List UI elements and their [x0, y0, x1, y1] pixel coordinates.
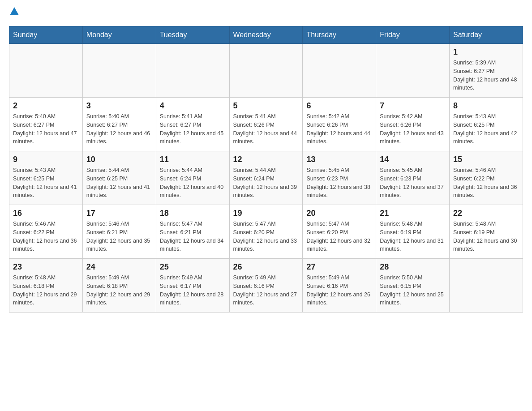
day-info: Sunrise: 5:45 AMSunset: 6:23 PMDaylight:… [306, 167, 370, 198]
day-info: Sunrise: 5:49 AMSunset: 6:17 PMDaylight:… [160, 274, 223, 306]
day-info: Sunrise: 5:44 AMSunset: 6:24 PMDaylight:… [233, 167, 297, 198]
calendar-cell: 13Sunrise: 5:45 AMSunset: 6:23 PMDayligh… [303, 151, 376, 205]
day-number: 5 [233, 101, 299, 111]
page-header [9, 9, 523, 17]
day-info: Sunrise: 5:49 AMSunset: 6:16 PMDaylight:… [233, 274, 297, 306]
calendar-cell: 10Sunrise: 5:44 AMSunset: 6:25 PMDayligh… [82, 151, 156, 205]
calendar-cell: 25Sunrise: 5:49 AMSunset: 6:17 PMDayligh… [156, 259, 229, 313]
day-info: Sunrise: 5:48 AMSunset: 6:19 PMDaylight:… [453, 221, 517, 252]
day-info: Sunrise: 5:40 AMSunset: 6:27 PMDaylight:… [86, 113, 150, 145]
calendar-cell: 15Sunrise: 5:46 AMSunset: 6:22 PMDayligh… [450, 151, 523, 205]
day-info: Sunrise: 5:48 AMSunset: 6:19 PMDaylight:… [380, 221, 443, 252]
calendar-cell: 17Sunrise: 5:46 AMSunset: 6:21 PMDayligh… [82, 205, 156, 259]
day-info: Sunrise: 5:49 AMSunset: 6:18 PMDaylight:… [86, 274, 150, 306]
day-number: 11 [160, 155, 226, 164]
day-number: 16 [13, 209, 79, 218]
day-number: 6 [306, 101, 372, 111]
calendar-cell: 12Sunrise: 5:44 AMSunset: 6:24 PMDayligh… [229, 151, 303, 205]
calendar-cell [376, 44, 450, 98]
day-info: Sunrise: 5:43 AMSunset: 6:25 PMDaylight:… [453, 113, 517, 145]
day-header-tuesday: Tuesday [156, 26, 229, 44]
calendar-cell: 28Sunrise: 5:50 AMSunset: 6:15 PMDayligh… [376, 259, 450, 313]
calendar-cell: 22Sunrise: 5:48 AMSunset: 6:19 PMDayligh… [450, 205, 523, 259]
day-info: Sunrise: 5:45 AMSunset: 6:23 PMDaylight:… [380, 167, 443, 198]
day-number: 18 [160, 209, 226, 218]
day-header-thursday: Thursday [303, 26, 376, 44]
calendar-cell: 8Sunrise: 5:43 AMSunset: 6:25 PMDaylight… [450, 98, 523, 151]
day-info: Sunrise: 5:42 AMSunset: 6:26 PMDaylight:… [306, 113, 370, 145]
day-number: 8 [453, 101, 519, 111]
day-info: Sunrise: 5:44 AMSunset: 6:24 PMDaylight:… [160, 167, 223, 198]
day-info: Sunrise: 5:49 AMSunset: 6:16 PMDaylight:… [306, 274, 370, 306]
calendar-cell: 3Sunrise: 5:40 AMSunset: 6:27 PMDaylight… [82, 98, 156, 151]
calendar-cell: 27Sunrise: 5:49 AMSunset: 6:16 PMDayligh… [303, 259, 376, 313]
day-number: 28 [380, 262, 446, 272]
day-number: 15 [453, 155, 519, 164]
calendar-cell: 18Sunrise: 5:47 AMSunset: 6:21 PMDayligh… [156, 205, 229, 259]
calendar-week-2: 2Sunrise: 5:40 AMSunset: 6:27 PMDaylight… [9, 98, 523, 151]
calendar-week-3: 9Sunrise: 5:43 AMSunset: 6:25 PMDaylight… [9, 151, 523, 205]
day-number: 14 [380, 155, 446, 164]
day-info: Sunrise: 5:43 AMSunset: 6:25 PMDaylight:… [13, 167, 77, 198]
calendar-cell: 11Sunrise: 5:44 AMSunset: 6:24 PMDayligh… [156, 151, 229, 205]
day-number: 26 [233, 262, 299, 272]
day-header-monday: Monday [82, 26, 156, 44]
calendar-cell: 14Sunrise: 5:45 AMSunset: 6:23 PMDayligh… [376, 151, 450, 205]
day-info: Sunrise: 5:47 AMSunset: 6:20 PMDaylight:… [306, 221, 370, 252]
day-number: 23 [13, 262, 79, 272]
calendar-cell [450, 259, 523, 313]
day-info: Sunrise: 5:47 AMSunset: 6:21 PMDaylight:… [160, 221, 223, 252]
day-number: 27 [306, 262, 372, 272]
calendar-cell: 20Sunrise: 5:47 AMSunset: 6:20 PMDayligh… [303, 205, 376, 259]
day-number: 20 [306, 209, 372, 218]
day-number: 17 [86, 209, 152, 218]
day-info: Sunrise: 5:47 AMSunset: 6:20 PMDaylight:… [233, 221, 297, 252]
calendar-week-5: 23Sunrise: 5:48 AMSunset: 6:18 PMDayligh… [9, 259, 523, 313]
calendar-cell: 2Sunrise: 5:40 AMSunset: 6:27 PMDaylight… [9, 98, 83, 151]
day-number: 2 [13, 101, 79, 111]
calendar-cell: 4Sunrise: 5:41 AMSunset: 6:27 PMDaylight… [156, 98, 229, 151]
calendar-cell [82, 44, 156, 98]
logo [9, 9, 19, 17]
day-info: Sunrise: 5:46 AMSunset: 6:22 PMDaylight:… [13, 221, 77, 252]
calendar-cell: 19Sunrise: 5:47 AMSunset: 6:20 PMDayligh… [229, 205, 303, 259]
day-header-saturday: Saturday [450, 26, 523, 44]
calendar-cell: 1Sunrise: 5:39 AMSunset: 6:27 PMDaylight… [450, 44, 523, 98]
calendar-cell: 21Sunrise: 5:48 AMSunset: 6:19 PMDayligh… [376, 205, 450, 259]
day-number: 24 [86, 262, 152, 272]
day-number: 19 [233, 209, 299, 218]
logo-triangle-icon [10, 7, 19, 15]
calendar-week-4: 16Sunrise: 5:46 AMSunset: 6:22 PMDayligh… [9, 205, 523, 259]
day-number: 12 [233, 155, 299, 164]
day-number: 9 [13, 155, 79, 164]
calendar-header-row: SundayMondayTuesdayWednesdayThursdayFrid… [9, 26, 523, 44]
day-number: 25 [160, 262, 226, 272]
calendar-cell: 24Sunrise: 5:49 AMSunset: 6:18 PMDayligh… [82, 259, 156, 313]
day-number: 7 [380, 101, 446, 111]
day-info: Sunrise: 5:39 AMSunset: 6:27 PMDaylight:… [453, 60, 517, 91]
calendar-cell: 7Sunrise: 5:42 AMSunset: 6:26 PMDaylight… [376, 98, 450, 151]
calendar-table: SundayMondayTuesdayWednesdayThursdayFrid… [9, 26, 523, 313]
calendar-cell: 26Sunrise: 5:49 AMSunset: 6:16 PMDayligh… [229, 259, 303, 313]
day-info: Sunrise: 5:48 AMSunset: 6:18 PMDaylight:… [13, 274, 77, 306]
day-info: Sunrise: 5:46 AMSunset: 6:21 PMDaylight:… [86, 221, 150, 252]
calendar-cell: 6Sunrise: 5:42 AMSunset: 6:26 PMDaylight… [303, 98, 376, 151]
calendar-cell: 16Sunrise: 5:46 AMSunset: 6:22 PMDayligh… [9, 205, 83, 259]
day-number: 21 [380, 209, 446, 218]
calendar-cell [303, 44, 376, 98]
calendar-cell: 5Sunrise: 5:41 AMSunset: 6:26 PMDaylight… [229, 98, 303, 151]
calendar-cell [9, 44, 83, 98]
day-number: 4 [160, 101, 226, 111]
calendar-cell: 9Sunrise: 5:43 AMSunset: 6:25 PMDaylight… [9, 151, 83, 205]
calendar-week-1: 1Sunrise: 5:39 AMSunset: 6:27 PMDaylight… [9, 44, 523, 98]
day-info: Sunrise: 5:40 AMSunset: 6:27 PMDaylight:… [13, 113, 77, 145]
day-number: 3 [86, 101, 152, 111]
calendar-cell: 23Sunrise: 5:48 AMSunset: 6:18 PMDayligh… [9, 259, 83, 313]
day-number: 1 [453, 47, 519, 57]
day-header-friday: Friday [376, 26, 450, 44]
day-number: 10 [86, 155, 152, 164]
calendar-cell [156, 44, 229, 98]
day-header-sunday: Sunday [9, 26, 83, 44]
day-info: Sunrise: 5:44 AMSunset: 6:25 PMDaylight:… [86, 167, 150, 198]
day-number: 22 [453, 209, 519, 218]
